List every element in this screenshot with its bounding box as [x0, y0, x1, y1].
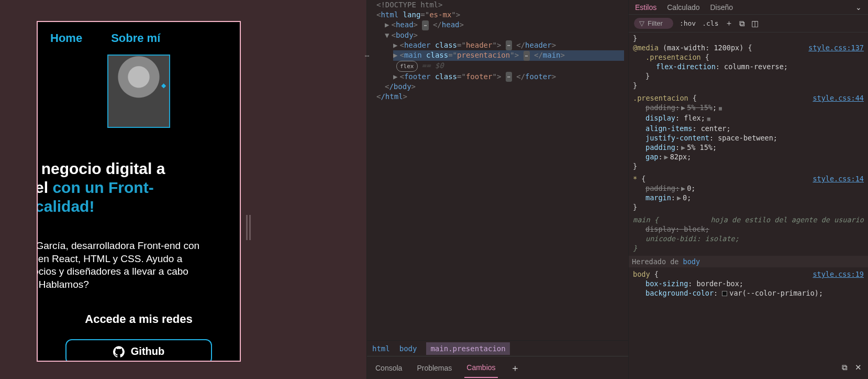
close-icon[interactable]: ✕ [855, 363, 862, 372]
css-link[interactable]: style.css:14 [813, 174, 864, 183]
tab-consola[interactable]: Consola [373, 359, 404, 377]
preview-panel: Home Sobre mí tu negocio digital a ivel … [0, 0, 366, 379]
breadcrumb-html[interactable]: html [372, 344, 390, 353]
flexbox-editor-icon[interactable]: ▦ [707, 116, 710, 122]
flex-badge[interactable]: flex [396, 61, 418, 72]
headline-accent: e calidad! [37, 198, 94, 215]
github-icon [113, 346, 125, 358]
hov-toggle[interactable]: :hov [680, 19, 696, 27]
tab-diseno[interactable]: Diseño [710, 3, 733, 12]
viewport-resize-handle[interactable] [243, 215, 253, 240]
breadcrumb-body[interactable]: body [399, 344, 417, 353]
dom-tree[interactable]: <!DOCTYPE html> <html lang="es-mx"> ▶<he… [367, 0, 628, 102]
tab-calculado[interactable]: Calculado [667, 3, 699, 12]
portrait-image [107, 55, 170, 128]
dom-body-close[interactable]: </body> [371, 82, 624, 92]
inherited-from: Heredado de body [629, 256, 868, 267]
styles-panel: Estilos Calculado Diseño ⌄ ▽ Filter :hov… [628, 0, 868, 379]
drawer-right-icons: ⧉ ✕ [836, 356, 868, 379]
cls-toggle[interactable]: .cls [702, 19, 718, 27]
nav-home-link[interactable]: Home [50, 31, 82, 45]
add-tab-button[interactable]: ＋ [510, 362, 520, 374]
dollar-zero: == $0 [422, 61, 444, 70]
body-line: ión en React, HTML y CSS. Ayudo a [37, 253, 182, 264]
dom-doctype[interactable]: <!DOCTYPE html> [371, 0, 624, 10]
new-rule-button[interactable]: ＋ [725, 18, 733, 28]
funnel-icon: ▽ [639, 19, 644, 27]
breadcrumb-main[interactable]: main.presentacion [426, 342, 509, 355]
css-link[interactable]: style.css:44 [813, 93, 864, 103]
tab-estilos[interactable]: Estilos [635, 3, 656, 12]
css-link[interactable]: style.css:137 [808, 43, 864, 52]
dom-body-open[interactable]: ▼<body> [371, 30, 624, 40]
tab-cambios[interactable]: Cambios [464, 358, 497, 378]
dom-html-close[interactable]: </html> [371, 92, 624, 102]
hero-body: na García, desarrolladora Front-end con … [37, 240, 240, 291]
body-line: egocios y diseñadores a llevar a cabo [37, 266, 188, 277]
dom-main-selected[interactable]: ⋯▶<main class="presentacion"> ⋯ </main>f… [371, 50, 624, 72]
drawer-tabs: Consola Problemas Cambios ＋ [367, 356, 628, 379]
inherited-link[interactable]: body [683, 257, 700, 266]
color-swatch[interactable] [722, 291, 727, 296]
github-label: Github [131, 345, 164, 358]
computed-toggle-icon[interactable]: ◫ [751, 19, 759, 28]
dom-html-open[interactable]: <html lang="es-mx"> [371, 10, 624, 20]
hero-headline: tu negocio digital a ivel con un Front- … [37, 159, 240, 216]
headline-part: tu negocio digital a [37, 160, 165, 177]
dom-hint-dots: ⋯ [365, 51, 368, 61]
tab-problemas[interactable]: Problemas [415, 359, 454, 377]
body-line: s. ¿Hablamos? [37, 279, 89, 290]
css-link[interactable]: style.css:19 [813, 269, 864, 279]
nav-about-link[interactable]: Sobre mí [111, 31, 160, 45]
dom-footer[interactable]: ▶<footer class="footer"> ⋯ </footer> [371, 72, 624, 82]
chevron-down-icon[interactable]: ⌄ [855, 3, 862, 12]
site-nav: Home Sobre mí [38, 22, 240, 50]
styles-filter-row: ▽ Filter :hov .cls ＋ ⧉ ◫ [629, 15, 868, 33]
headline-part: ivel [37, 179, 52, 196]
dock-icon[interactable]: ⧉ [842, 363, 848, 372]
cta-subhead: Accede a mis redes [38, 312, 240, 326]
pin-icon[interactable]: ⧉ [739, 19, 745, 28]
filter-placeholder: Filter [648, 19, 663, 27]
headline-accent: con un Front- [52, 179, 153, 196]
css-rules[interactable]: } @media (max-width: 1200px) {style.css:… [629, 33, 868, 379]
dom-breadcrumb: html body main.presentacion [367, 340, 628, 356]
styles-filter-input[interactable]: ▽ Filter [634, 18, 673, 29]
dom-header[interactable]: ▶<header class="header"> ⋯ </header> [371, 40, 624, 51]
dom-head[interactable]: ▶<head> ⋯ </head> [371, 20, 624, 30]
github-button[interactable]: Github [65, 339, 212, 362]
styles-tabs: Estilos Calculado Diseño ⌄ [629, 0, 868, 15]
elements-panel: <!DOCTYPE html> <html lang="es-mx"> ▶<he… [366, 0, 628, 379]
responsive-viewport[interactable]: Home Sobre mí tu negocio digital a ivel … [37, 21, 241, 362]
body-line: na García, desarrolladora Front-end con [37, 240, 199, 251]
flexbox-editor-icon[interactable]: ▦ [719, 105, 722, 111]
